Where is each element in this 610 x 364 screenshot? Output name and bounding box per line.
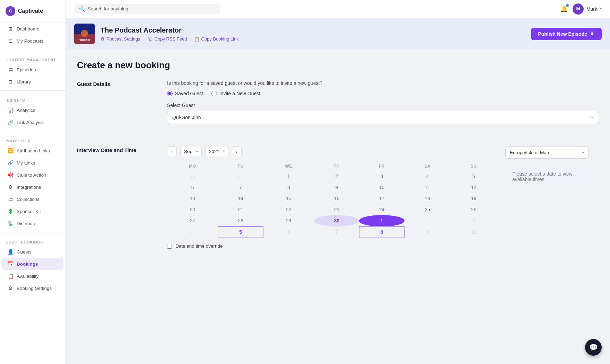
topbar-user[interactable]: M Mark ▾ bbox=[573, 3, 602, 15]
sidebar-item-link-analysis[interactable]: 🔗 Link Analysis bbox=[2, 116, 63, 128]
calendar-day[interactable]: 8 bbox=[263, 182, 314, 193]
sidebar-item-sponsor-kit[interactable]: 💲 Sponsor Kit bbox=[2, 205, 63, 217]
calendar-day[interactable]: 14 bbox=[218, 193, 263, 204]
section-label-guest-bookings: GUEST BOOKINGS bbox=[0, 235, 66, 246]
calendar-day[interactable]: 30 bbox=[167, 171, 218, 182]
calendar-day[interactable]: 11 bbox=[404, 182, 451, 193]
sponsor-kit-icon: 💲 bbox=[8, 208, 13, 214]
sidebar-divider-3 bbox=[0, 131, 66, 131]
calendar-day-selected[interactable]: 1 bbox=[359, 215, 404, 227]
sidebar-item-library[interactable]: ⊟ Library bbox=[2, 76, 63, 88]
calendar-day[interactable]: 1 bbox=[263, 171, 314, 182]
right-panel: Europe/Isle of Man Europe/London America… bbox=[505, 147, 599, 190]
calendar-day[interactable]: 13 bbox=[167, 193, 218, 204]
notification-bell[interactable]: 🔔 bbox=[560, 5, 568, 13]
calendar-day[interactable]: 5 bbox=[451, 171, 497, 182]
calendar-week-row: 27 28 29 30 1 2 3 bbox=[167, 215, 497, 227]
calendar-day[interactable]: 4 bbox=[167, 227, 218, 238]
calendar-day-today[interactable]: 30 bbox=[314, 215, 359, 227]
copy-rss-link[interactable]: 📡 Copy RSS Feed bbox=[147, 36, 187, 42]
calendar-day[interactable]: 21 bbox=[218, 204, 263, 215]
day-header-sa: SA bbox=[404, 162, 451, 171]
podcast-settings-link[interactable]: ⚙ Podcast Settings bbox=[101, 36, 140, 42]
calendar-day[interactable]: 20 bbox=[167, 204, 218, 215]
chat-bubble-button[interactable]: 💬 bbox=[585, 339, 602, 356]
calendar-day[interactable]: 5 bbox=[218, 227, 263, 238]
calendar-day[interactable]: 4 bbox=[404, 171, 451, 182]
interview-section-label: Interview Date and Time bbox=[77, 147, 153, 249]
calendar-day[interactable]: 15 bbox=[263, 193, 314, 204]
search-input[interactable] bbox=[88, 6, 215, 11]
calendar-day[interactable]: 28 bbox=[218, 215, 263, 227]
svg-text:PODCAST: PODCAST bbox=[79, 39, 91, 41]
calendar-day[interactable]: 12 bbox=[451, 182, 497, 193]
calendar-day[interactable]: 2 bbox=[314, 171, 359, 182]
month-select[interactable]: JanFebMarApr MayJunJulAug SepOctNovDec bbox=[180, 147, 202, 156]
calendar-day[interactable]: 23 bbox=[314, 204, 359, 215]
calendar-day[interactable]: 6 bbox=[167, 182, 218, 193]
calendar-day[interactable]: 19 bbox=[451, 193, 497, 204]
calendar-day[interactable]: 9 bbox=[404, 227, 451, 238]
sidebar-item-attribution-links[interactable]: 🔀 Attribution Links bbox=[2, 145, 63, 157]
sidebar: C Captivate ⊞ Dashboard ☰ My Podcasts CO… bbox=[0, 0, 66, 364]
calendar-day[interactable]: 18 bbox=[404, 193, 451, 204]
calendar-day[interactable]: 26 bbox=[451, 204, 497, 215]
rss-icon: 📡 bbox=[147, 36, 153, 42]
sidebar-item-bookings[interactable]: 📅 Bookings bbox=[2, 258, 63, 270]
sidebar-item-dashboard[interactable]: ⊞ Dashboard bbox=[2, 23, 63, 35]
calendar-day[interactable]: 10 bbox=[359, 182, 404, 193]
library-icon: ⊟ bbox=[8, 79, 13, 85]
calendar-day[interactable]: 27 bbox=[167, 215, 218, 227]
search-wrapper[interactable]: 🔍 bbox=[74, 4, 220, 14]
sidebar-item-calls-to-action[interactable]: 🎯 Calls to Action bbox=[2, 169, 63, 181]
calendar-day[interactable]: 8 bbox=[359, 227, 404, 238]
calendar-next-button[interactable]: › bbox=[232, 147, 242, 156]
calendar-day[interactable]: 3 bbox=[359, 171, 404, 182]
saved-guest-radio-label[interactable]: Saved Guest bbox=[167, 91, 203, 96]
calendar-day[interactable]: 17 bbox=[359, 193, 404, 204]
copy-booking-link[interactable]: 📋 Copy Booking Link bbox=[194, 36, 239, 42]
calendar-day[interactable]: 31 bbox=[218, 171, 263, 182]
guests-icon: 👤 bbox=[8, 249, 13, 255]
topbar-right: 🔔 M Mark ▾ bbox=[560, 3, 602, 15]
calendar-prev-button[interactable]: ‹ bbox=[167, 147, 177, 156]
calendar-day[interactable]: 9 bbox=[314, 182, 359, 193]
calendar-day[interactable]: 24 bbox=[359, 204, 404, 215]
timezone-select[interactable]: Europe/Isle of Man Europe/London America… bbox=[505, 147, 589, 159]
podcast-info: The Podcast Accelerator ⚙ Podcast Settin… bbox=[101, 26, 525, 42]
new-guest-radio-label[interactable]: Invite a New Guest bbox=[211, 91, 260, 96]
day-header-su: SU bbox=[451, 162, 497, 171]
calendar-day[interactable]: 7 bbox=[314, 227, 359, 238]
guest-select[interactable]: Qui-Gon Jinn Obi-Wan Kenobi Anakin Skywa… bbox=[167, 111, 599, 124]
calendar-day[interactable]: 3 bbox=[451, 215, 497, 227]
calendar-day[interactable]: 6 bbox=[263, 227, 314, 238]
sidebar-item-availability[interactable]: 📋 Availability bbox=[2, 270, 63, 282]
sidebar-item-episodes[interactable]: ▤ Episodes bbox=[2, 64, 63, 76]
calendar-day[interactable]: 10 bbox=[451, 227, 497, 238]
date-override-checkbox[interactable] bbox=[167, 244, 172, 249]
sidebar-item-my-podcasts[interactable]: ☰ My Podcasts bbox=[2, 35, 63, 47]
calendar-day[interactable]: 7 bbox=[218, 182, 263, 193]
publish-new-episode-button[interactable]: Publish New Episode 🎙 bbox=[531, 28, 602, 40]
calendar-day[interactable]: 2 bbox=[404, 215, 451, 227]
new-guest-radio[interactable] bbox=[211, 91, 217, 96]
calendar-day[interactable]: 25 bbox=[404, 204, 451, 215]
section-label-promotion: PROMOTION bbox=[0, 134, 66, 144]
calendar-week-row: 4 5 6 7 8 9 10 bbox=[167, 227, 497, 238]
analytics-icon: 📊 bbox=[8, 107, 13, 113]
sidebar-divider bbox=[0, 50, 66, 50]
sidebar-item-distribute[interactable]: 📡 Distribute bbox=[2, 217, 63, 229]
sidebar-item-my-links[interactable]: 🔗 My Links bbox=[2, 157, 63, 169]
sidebar-item-collections[interactable]: 🗂 Collections bbox=[2, 193, 63, 205]
calendar-day[interactable]: 16 bbox=[314, 193, 359, 204]
username: Mark bbox=[586, 6, 597, 12]
saved-guest-radio[interactable] bbox=[167, 91, 173, 96]
sidebar-item-label: Sponsor Kit bbox=[17, 209, 41, 214]
calendar-day[interactable]: 22 bbox=[263, 204, 314, 215]
sidebar-item-booking-settings[interactable]: ⚙ Booking Settings bbox=[2, 282, 63, 294]
sidebar-item-guests[interactable]: 👤 Guests bbox=[2, 246, 63, 258]
year-select[interactable]: 2020202120222023 bbox=[205, 147, 228, 156]
sidebar-item-analytics[interactable]: 📊 Analytics bbox=[2, 104, 63, 116]
sidebar-item-integrations[interactable]: ⚙ Integrations bbox=[2, 181, 63, 193]
calendar-day[interactable]: 29 bbox=[263, 215, 314, 227]
